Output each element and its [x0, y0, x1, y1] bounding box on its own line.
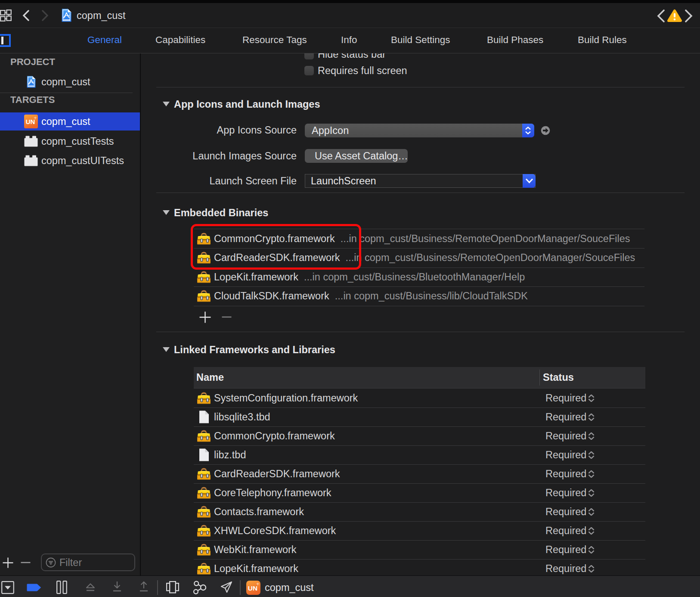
svg-text:+: + — [34, 115, 37, 121]
svg-text:+: + — [256, 581, 259, 587]
